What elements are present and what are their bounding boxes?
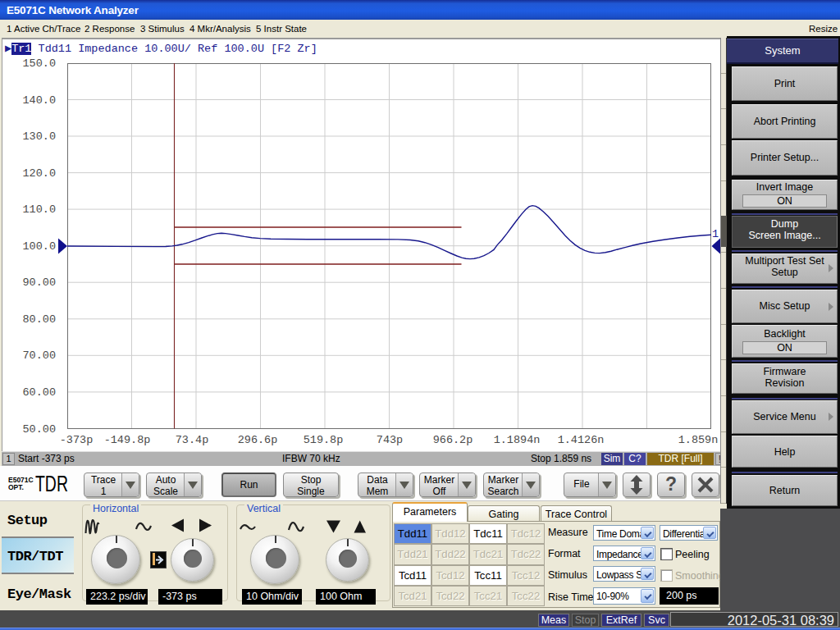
svg-text:1: 1: [712, 228, 719, 240]
